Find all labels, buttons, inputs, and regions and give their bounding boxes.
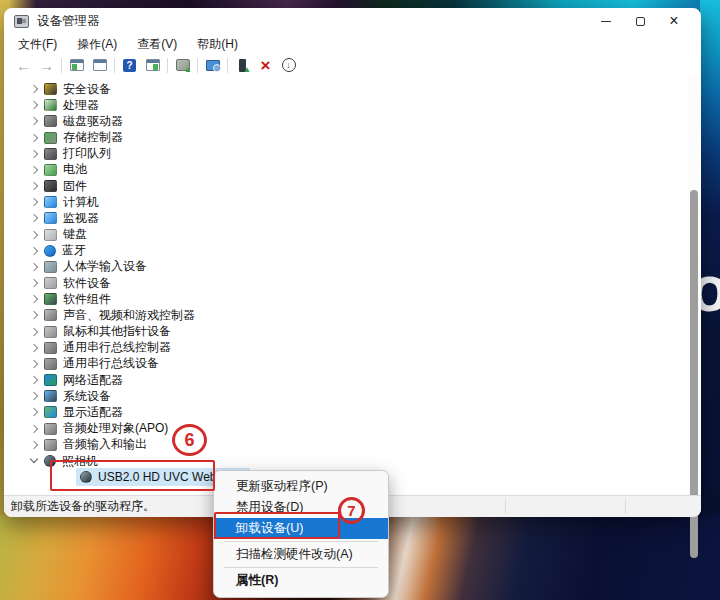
tree-item[interactable]: 电池 [4,162,685,178]
tree-item[interactable]: 音频输入和输出 [4,437,685,453]
chevron-icon[interactable] [28,375,40,385]
chevron-icon[interactable] [28,359,40,369]
print-queue-icon [44,148,57,160]
context-menu-item[interactable]: 更新驱动程序(P) [214,476,388,497]
tree-item-label: 安全设备 [63,81,111,98]
minimize-icon [601,21,611,22]
menu-item[interactable]: 帮助(H) [187,34,248,55]
chevron-icon[interactable] [28,181,40,191]
forward-icon[interactable]: → [35,55,58,75]
chevron-icon[interactable] [28,100,40,110]
tree-item[interactable]: 通用串行总线控制器 [4,340,685,356]
tree-item[interactable]: 显示适配器 [4,404,685,420]
chevron-icon[interactable] [28,327,40,337]
chevron-icon[interactable] [28,197,40,207]
tree-item[interactable]: 软件组件 [4,291,685,307]
chevron-icon[interactable] [28,310,40,320]
chevron-icon[interactable] [28,407,40,417]
menu-item[interactable]: 查看(V) [127,34,187,55]
chevron-icon[interactable] [28,246,40,256]
tree-item[interactable]: 存储控制器 [4,130,685,146]
tree-item-label: 网络适配器 [63,372,123,389]
back-icon[interactable]: ← [12,55,35,75]
tree-item[interactable]: 人体学输入设备 [4,259,685,275]
tree-item[interactable]: 声音、视频和游戏控制器 [4,307,685,323]
context-menu-item[interactable]: 扫描检测硬件改动(A) [214,544,388,565]
tree-item-body: 存储控制器 [44,129,123,146]
chevron-icon[interactable] [28,343,40,353]
usb-device-icon [44,358,57,370]
device-manager-app-icon [14,15,29,28]
tree-item-body: 监视器 [44,210,99,227]
chevron-icon[interactable] [28,230,40,240]
window-title: 设备管理器 [37,13,100,30]
scrollbar-track[interactable] [688,76,700,495]
tree-item[interactable]: 键盘 [4,227,685,243]
tree-item-label: 显示适配器 [63,404,123,421]
bluetooth-icon [44,245,56,257]
tree-item[interactable]: 音频处理对象(APO) [4,421,685,437]
tree-item[interactable]: 通用串行总线设备 [4,356,685,372]
help-icon[interactable]: ? [118,55,141,75]
uninstall-device-icon[interactable]: ▲ [231,55,254,75]
tree-item-label: 鼠标和其他指针设备 [63,323,171,340]
annotation-box-step6 [50,460,215,491]
audio-apo-icon [44,423,57,435]
chevron-icon[interactable] [28,294,40,304]
tree-item[interactable]: 网络适配器 [4,372,685,388]
tree-item-body: 软件组件 [44,291,111,308]
tree-item[interactable]: 监视器 [4,210,685,226]
tree-item-label: 软件设备 [63,275,111,292]
console-tree-icon[interactable] [65,55,88,75]
disable-icon[interactable]: ↓ [277,55,300,75]
processor-icon [44,99,57,111]
maximize-button[interactable] [623,9,657,33]
tree-item-body: 通用串行总线设备 [44,355,159,372]
chevron-icon[interactable] [28,424,40,434]
tree-item[interactable]: 软件设备 [4,275,685,291]
tree-item[interactable]: 计算机 [4,194,685,210]
menu-item[interactable]: 文件(F) [8,34,67,55]
tree-item-label: 键盘 [63,226,87,243]
tree-item[interactable]: 鼠标和其他指针设备 [4,324,685,340]
tree-item-body: 安全设备 [44,81,111,98]
delete-icon[interactable]: × [254,55,277,75]
chevron-icon[interactable] [28,133,40,143]
update-driver-icon[interactable]: ▲ [171,55,194,75]
scan-hardware-icon[interactable] [201,55,224,75]
tree-item[interactable]: 处理器 [4,97,685,113]
tree-item-label: 固件 [63,178,87,195]
window-controls: × [589,9,691,33]
chevron-icon[interactable] [28,278,40,288]
context-menu-item[interactable]: 属性(R) [214,570,388,591]
tree-item-label: 音频处理对象(APO) [63,420,168,437]
chevron-icon[interactable] [28,456,40,466]
menu-item[interactable]: 操作(A) [67,34,127,55]
context-menu-separator [224,541,378,542]
tree-item[interactable]: 打印队列 [4,146,685,162]
tree-item[interactable]: 系统设备 [4,388,685,404]
tree-item-label: 蓝牙 [62,242,86,259]
chevron-icon[interactable] [28,262,40,272]
tree-item-body: 通用串行总线控制器 [44,339,171,356]
tree-item-body: 蓝牙 [44,242,86,259]
tree-item-label: 处理器 [63,97,99,114]
tree-item[interactable]: 蓝牙 [4,243,685,259]
toolbar-separator [61,58,62,73]
chevron-icon[interactable] [28,84,40,94]
tree-item[interactable]: 固件 [4,178,685,194]
close-button[interactable]: × [657,9,691,33]
tree-item[interactable]: 安全设备 [4,81,685,97]
properties-icon[interactable] [88,55,111,75]
chevron-icon[interactable] [28,149,40,159]
tree-item[interactable]: 磁盘驱动器 [4,113,685,129]
action-pane-icon[interactable] [141,55,164,75]
chevron-icon[interactable] [28,440,40,450]
chevron-icon[interactable] [28,391,40,401]
chevron-icon[interactable] [28,213,40,223]
audio-io-icon [44,439,57,451]
chevron-icon[interactable] [28,165,40,175]
minimize-button[interactable] [589,9,623,33]
tree-item-label: 存储控制器 [63,129,123,146]
chevron-icon[interactable] [28,116,40,126]
